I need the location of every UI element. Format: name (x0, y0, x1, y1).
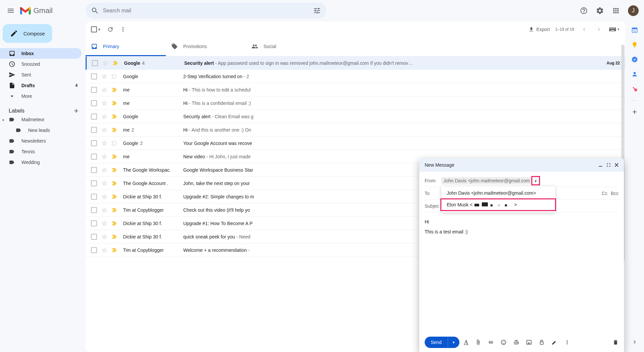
row-checkbox[interactable] (91, 73, 98, 79)
from-address-chip[interactable]: John Davis <john.mailmeteor@gmail.com (441, 177, 532, 184)
from-dropdown-button[interactable]: ▼ (531, 176, 540, 185)
compose-from-field[interactable]: From John Davis <john.mailmeteor@gmail.c… (425, 174, 619, 187)
important-marker[interactable] (111, 127, 118, 133)
label-mailmeteor[interactable]: Mailmeteor (0, 114, 86, 125)
search-options-button[interactable] (310, 4, 324, 17)
star-button[interactable] (101, 100, 108, 107)
mail-row[interactable]: Google Security alert - Clean Email was … (86, 110, 625, 123)
support-button[interactable] (577, 4, 591, 17)
export-button[interactable]: Export (528, 26, 550, 32)
important-marker[interactable] (111, 101, 118, 106)
input-tools-button[interactable]: ▼ (609, 27, 620, 32)
more-button[interactable] (120, 26, 126, 33)
nav-drafts[interactable]: Drafts4 (0, 80, 82, 91)
contacts-app-button[interactable] (631, 71, 638, 77)
label-wedding[interactable]: Wedding (0, 157, 86, 168)
compose-button[interactable]: Compose (3, 24, 52, 43)
from-option-item[interactable]: John Davis <john.mailmeteor@gmail.com> (441, 188, 555, 198)
keep-app-button[interactable] (631, 41, 638, 48)
calendar-app-button[interactable]: 31 (631, 27, 638, 33)
close-button[interactable] (615, 163, 619, 167)
insert-photo-button[interactable] (524, 337, 534, 347)
add-label-button[interactable] (73, 108, 80, 114)
row-checkbox[interactable] (91, 140, 98, 146)
row-checkbox[interactable] (91, 127, 98, 133)
label-tennis[interactable]: Tennis (0, 146, 86, 157)
settings-button[interactable] (593, 4, 607, 17)
main-menu-button[interactable] (3, 3, 19, 19)
mail-row[interactable]: Google 2-Step Verification turned on - 2 (86, 70, 625, 83)
search-icon[interactable] (88, 4, 102, 17)
mail-row[interactable]: me Hi - This is a confidential email :) (86, 97, 625, 110)
important-marker[interactable] (111, 234, 118, 239)
important-marker[interactable] (111, 87, 118, 93)
from-option-item[interactable]: Elon Musk < > (440, 198, 556, 211)
row-checkbox[interactable] (91, 114, 98, 120)
nav-sent[interactable]: Sent (0, 69, 82, 80)
tab-social[interactable]: Social (246, 37, 326, 56)
tab-promotions[interactable]: Promotions (166, 37, 246, 56)
label-newsletters[interactable]: Newsletters (0, 136, 86, 146)
compose-more-button[interactable] (562, 337, 572, 347)
cc-button[interactable]: Cc (602, 191, 608, 196)
star-button[interactable] (101, 207, 108, 213)
tasks-app-button[interactable] (631, 56, 638, 63)
important-marker[interactable] (111, 141, 118, 146)
mailmeteor-app-button[interactable] (631, 85, 638, 92)
star-button[interactable] (101, 247, 108, 253)
select-dropdown[interactable]: ▼ (98, 28, 101, 31)
row-checkbox[interactable] (91, 220, 98, 226)
row-checkbox[interactable] (91, 247, 98, 253)
bcc-button[interactable]: Bcc (611, 191, 619, 196)
star-button[interactable] (101, 167, 108, 173)
tab-primary[interactable]: Primary (86, 37, 166, 56)
row-checkbox[interactable] (91, 207, 98, 213)
star-button[interactable] (101, 86, 108, 93)
insert-signature-button[interactable] (549, 337, 559, 347)
important-marker[interactable] (111, 114, 118, 119)
star-button[interactable] (101, 140, 108, 147)
nav-more[interactable]: More (0, 91, 82, 102)
important-marker[interactable] (111, 221, 118, 226)
gmail-logo[interactable]: Gmail (20, 6, 52, 15)
minimize-button[interactable] (599, 163, 603, 167)
compose-body[interactable]: Hi This is a test email :) (419, 215, 624, 333)
account-avatar[interactable]: J (628, 5, 639, 16)
row-checkbox[interactable] (91, 167, 98, 173)
confidential-mode-button[interactable] (537, 337, 547, 347)
mail-row[interactable]: Google 4 Security alert - App password u… (86, 56, 625, 70)
row-checkbox[interactable] (91, 154, 98, 160)
send-button[interactable]: Send ▼ (425, 337, 459, 348)
get-addons-button[interactable] (631, 109, 638, 115)
important-marker[interactable] (111, 74, 118, 79)
row-checkbox[interactable] (91, 234, 98, 240)
send-options-dropdown[interactable]: ▼ (448, 338, 459, 347)
star-button[interactable] (101, 153, 108, 160)
star-button[interactable] (101, 220, 108, 227)
label-new-leads[interactable]: New leads (0, 125, 86, 136)
star-button[interactable] (101, 180, 108, 187)
page-next-button[interactable] (594, 25, 604, 34)
important-marker[interactable] (112, 60, 119, 66)
google-apps-button[interactable] (609, 4, 623, 17)
star-button[interactable] (101, 233, 108, 240)
star-button[interactable] (101, 73, 108, 80)
insert-emoji-button[interactable] (499, 337, 509, 347)
row-checkbox[interactable] (92, 60, 99, 66)
attach-button[interactable] (473, 337, 483, 347)
compose-window-header[interactable]: New Message (419, 158, 624, 172)
star-button[interactable] (101, 127, 108, 133)
maximize-button[interactable] (607, 163, 611, 167)
hide-side-panel-button[interactable] (631, 339, 638, 345)
discard-draft-button[interactable] (613, 339, 619, 345)
formatting-button[interactable]: A (462, 337, 470, 348)
nav-inbox[interactable]: Inbox (0, 48, 82, 59)
important-marker[interactable] (111, 207, 118, 213)
mail-row[interactable]: me 2 Hi - And this is another one :) On (86, 123, 625, 137)
row-checkbox[interactable] (91, 180, 98, 186)
row-checkbox[interactable] (91, 87, 98, 93)
insert-link-button[interactable] (486, 337, 496, 347)
important-marker[interactable] (111, 194, 118, 199)
important-marker[interactable] (111, 167, 118, 173)
star-button[interactable] (101, 113, 108, 120)
